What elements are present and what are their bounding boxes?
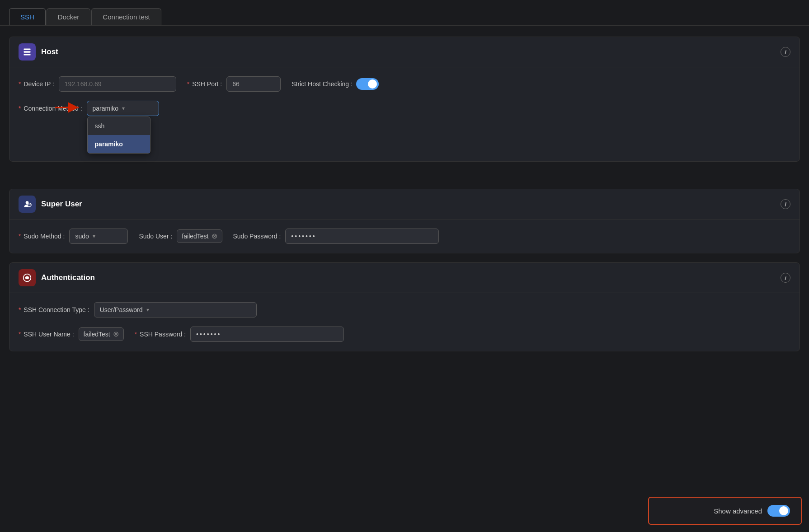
host-section-title: Host [41, 47, 58, 56]
host-section: Host i * Device IP : * SSH Port : [9, 37, 800, 162]
super-user-title-group: 🛡 Super User [19, 196, 82, 213]
auth-info-icon[interactable]: i [781, 273, 790, 283]
chevron-down-icon: ▾ [122, 105, 125, 112]
dropdown-item-ssh[interactable]: ssh [88, 117, 150, 135]
show-advanced-toggle[interactable] [767, 505, 790, 517]
ssh-connection-type-dropdown[interactable]: User/Password ▾ [94, 302, 257, 317]
super-user-icon: 🛡 [19, 196, 36, 213]
auth-header: Authentication i [9, 263, 800, 293]
main-content: Host i * Device IP : * SSH Port : [0, 26, 809, 362]
ssh-username-label: * SSH User Name : [19, 331, 74, 338]
ssh-password-input[interactable] [190, 327, 344, 342]
strict-host-label: Strict Host Checking : [292, 80, 353, 88]
auth-row-2: * SSH User Name : failedTest ⊗ * SSH Pas… [19, 327, 790, 342]
ssh-password-label: * SSH Password : [135, 331, 186, 338]
authentication-section: Authentication i * SSH Connection Type :… [9, 262, 800, 351]
svg-rect-0 [24, 49, 31, 50]
super-user-header: 🛡 Super User i [9, 189, 800, 219]
tabs-container: SSH Docker Connection test [0, 0, 809, 26]
ssh-username-field: * SSH User Name : failedTest ⊗ [19, 327, 124, 341]
host-section-body: * Device IP : * SSH Port : Strict Host C… [9, 67, 800, 161]
ssh-port-field: * SSH Port : [187, 76, 281, 92]
auth-section-title: Authentication [41, 273, 95, 282]
show-advanced-label: Show advanced [714, 507, 762, 515]
super-user-body: * Sudo Method : sudo ▾ Sudo User : faile… [9, 219, 800, 253]
sudo-password-field: Sudo Password : [233, 229, 439, 244]
host-row-2: * Connection Method : [19, 101, 790, 152]
sudo-method-field: * Sudo Method : sudo ▾ [19, 229, 128, 244]
strict-host-checking-field: Strict Host Checking : [292, 78, 379, 90]
svg-rect-1 [24, 51, 31, 52]
connection-method-field: * Connection Method : [19, 101, 159, 116]
host-info-icon[interactable]: i [781, 47, 790, 57]
tab-connection-test[interactable]: Connection test [91, 8, 161, 25]
ssh-connection-type-label: * SSH Connection Type : [19, 306, 89, 313]
device-ip-field: * Device IP : [19, 76, 176, 92]
sudo-user-field: Sudo User : failedTest ⊗ [139, 229, 222, 243]
svg-rect-2 [24, 54, 31, 55]
device-ip-input[interactable] [59, 76, 176, 92]
sudo-user-chip[interactable]: failedTest ⊗ [177, 229, 222, 243]
conn-type-chevron-icon: ▾ [146, 307, 149, 313]
ssh-port-label: * SSH Port : [187, 80, 222, 88]
sudo-user-label: Sudo User : [139, 233, 172, 240]
super-user-section: 🛡 Super User i * Sudo Method : sudo ▾ [9, 189, 800, 253]
strict-host-slider [356, 78, 379, 90]
tab-ssh[interactable]: SSH [9, 8, 46, 25]
device-ip-label: * Device IP : [19, 80, 54, 88]
auth-section-body: * SSH Connection Type : User/Password ▾ … [9, 293, 800, 351]
ssh-connection-type-field: * SSH Connection Type : User/Password ▾ [19, 302, 257, 317]
sudo-user-clear-icon[interactable]: ⊗ [212, 233, 217, 240]
strict-host-toggle[interactable] [356, 78, 379, 90]
host-icon [19, 43, 36, 61]
tab-docker[interactable]: Docker [47, 8, 91, 25]
connection-method-menu: ssh paramiko [87, 117, 151, 154]
super-user-title: Super User [41, 200, 82, 209]
svg-text:🛡: 🛡 [28, 204, 31, 207]
show-advanced-slider [767, 505, 790, 517]
super-user-info-icon[interactable]: i [781, 199, 790, 209]
sudo-method-label: * Sudo Method : [19, 233, 65, 240]
host-row-1: * Device IP : * SSH Port : Strict Host C… [19, 76, 790, 92]
host-section-header: Host i [9, 37, 800, 67]
connection-method-wrapper: paramiko ▾ ssh paramiko [87, 101, 159, 116]
show-advanced-bar: Show advanced [648, 497, 802, 525]
ssh-username-clear-icon[interactable]: ⊗ [113, 331, 119, 338]
svg-point-9 [26, 277, 28, 279]
super-user-row-1: * Sudo Method : sudo ▾ Sudo User : faile… [19, 229, 790, 244]
ssh-username-chip[interactable]: failedTest ⊗ [79, 327, 124, 341]
sudo-password-input[interactable] [285, 229, 439, 244]
ssh-port-input[interactable] [226, 76, 281, 92]
dropdown-arrow-indicator [55, 102, 82, 115]
auth-title-group: Authentication [19, 269, 95, 286]
auth-row-1: * SSH Connection Type : User/Password ▾ [19, 302, 790, 317]
auth-icon [19, 269, 36, 286]
host-title-group: Host [19, 43, 58, 61]
sudo-method-dropdown[interactable]: sudo ▾ [69, 229, 128, 244]
sudo-chevron-icon: ▾ [93, 233, 95, 239]
dropdown-item-paramiko[interactable]: paramiko [88, 135, 150, 153]
sudo-password-label: Sudo Password : [233, 233, 281, 240]
connection-method-dropdown[interactable]: paramiko ▾ ssh paramiko [87, 101, 159, 116]
ssh-password-field: * SSH Password : [135, 327, 344, 342]
